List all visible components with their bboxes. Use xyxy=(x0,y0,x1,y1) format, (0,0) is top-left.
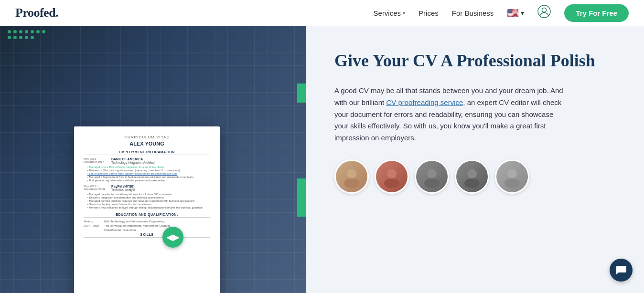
chat-icon xyxy=(615,264,627,276)
cv-role-1: Technology Integration Architect xyxy=(111,161,210,164)
account-icon[interactable] xyxy=(537,5,551,21)
cv-job-2: May 2015 -September 2008 PayPal (NYSE) T… xyxy=(84,185,210,191)
cv-job-1: May 2015 -December 2017 BANK OF AMERICA … xyxy=(84,157,210,164)
green-bar-accent-2 xyxy=(297,84,306,103)
hero-image-panel: CURRICULUM VITAE ALEX YOUNG EMPLOYMENT I… xyxy=(0,26,306,293)
cv-bullet-1-1: • Managed over a $5m technical integrati… xyxy=(87,166,210,168)
cv-job-1-info: BANK OF AMERICA Technology Integration A… xyxy=(111,157,210,164)
cv-company-2: PayPal (NYSE) xyxy=(111,185,210,188)
cv-edu-row-1: Tertiary MSc Technology and Infrastructu… xyxy=(84,220,210,223)
cv-edu-row-2: 2007 - 2009 The University of Manchester… xyxy=(84,224,210,227)
editor-avatars xyxy=(334,159,615,194)
cv-bullet-2-3: • Managed portfolio technical requests a… xyxy=(87,199,210,202)
svg-point-3 xyxy=(344,178,359,188)
cv-job-2-date: May 2015 -September 2008 xyxy=(84,185,107,191)
cv-bullet-2-5: • Mentored new and junior analysts throu… xyxy=(87,206,210,209)
avatar-image-1 xyxy=(336,161,367,192)
cv-title: CURRICULUM VITAE xyxy=(84,135,210,139)
avatar-image-5 xyxy=(496,161,528,192)
cv-education-section: EDUCATION AND QUALIFICATION: Tertiary MS… xyxy=(84,213,210,231)
cv-document: CURRICULUM VITAE ALEX YOUNG EMPLOYMENT I… xyxy=(74,126,220,293)
editor-avatar-2 xyxy=(375,159,409,194)
cv-bullet-1-2: • Delivered a $2m data migration project… xyxy=(87,169,210,172)
teal-dots-decoration xyxy=(8,30,46,39)
hero-description: A good CV may be all that stands between… xyxy=(334,85,564,144)
cv-proofreading-link[interactable]: CV proofreading service xyxy=(386,98,463,106)
editor-avatar-4 xyxy=(455,159,489,194)
green-bar-accent xyxy=(297,178,306,217)
cv-bullet-1-3: • Led a salesforce partner entry platfor… xyxy=(87,172,210,175)
nav-prices[interactable]: Prices xyxy=(419,9,439,17)
cv-name: ALEX YOUNG xyxy=(84,141,210,146)
svg-point-6 xyxy=(384,178,399,188)
svg-point-12 xyxy=(504,178,520,188)
avatar-image-4 xyxy=(456,161,488,192)
page-title: Give Your CV A Professional Polish xyxy=(334,50,615,72)
cv-skills-title: SKILLS xyxy=(84,233,210,238)
language-selector[interactable]: 🇺🇸 ▾ xyxy=(507,7,524,19)
arrow-right-icon: ◀▶ xyxy=(166,232,180,242)
navbar: Proofed. Services ▾ Prices For Business … xyxy=(0,0,644,26)
svg-point-10 xyxy=(464,178,480,188)
svg-point-7 xyxy=(427,169,437,178)
cv-employment-section: EMPLOYMENT INFORAMATION xyxy=(84,150,210,155)
nav-for-business[interactable]: For Business xyxy=(452,9,494,17)
cv-job-1-date: May 2015 -December 2017 xyxy=(84,157,107,164)
svg-point-9 xyxy=(467,169,477,178)
hero-content-panel: Give Your CV A Professional Polish A goo… xyxy=(306,26,644,293)
cv-bullet-2-4: • Served as the key point of contact for… xyxy=(87,203,210,206)
cv-bullet-2-1: • Managed complex technical integration … xyxy=(87,193,210,196)
flag-icon: 🇺🇸 xyxy=(507,7,519,19)
svg-point-8 xyxy=(424,178,440,188)
svg-point-4 xyxy=(347,169,356,178)
chat-button[interactable] xyxy=(610,259,633,282)
nav-services[interactable]: Services ▾ xyxy=(374,9,406,17)
svg-point-5 xyxy=(387,169,397,178)
chevron-down-icon: ▾ xyxy=(521,9,524,17)
editor-avatar-5 xyxy=(495,159,529,194)
chevron-down-icon: ▾ xyxy=(403,10,405,16)
editor-avatar-1 xyxy=(334,159,369,194)
cv-job-2-info: PayPal (NYSE) Technical Analyst xyxy=(111,185,210,191)
avatar-image-3 xyxy=(416,161,448,192)
cv-company-1: BANK OF AMERICA xyxy=(111,157,210,161)
cv-bullet-1-4: • Managed a large team of front to back … xyxy=(87,176,210,178)
logo[interactable]: Proofed. xyxy=(15,6,58,20)
nav-links: Services ▾ Prices For Business 🇺🇸 ▾ Try … xyxy=(374,4,629,22)
cv-role-2: Technical Analyst xyxy=(111,188,210,191)
svg-point-1 xyxy=(542,8,547,12)
try-for-free-button[interactable]: Try For Free xyxy=(564,4,629,22)
cv-bullet-2-2: • Delivered integration documentation an… xyxy=(87,196,210,199)
page-content: CURRICULUM VITAE ALEX YOUNG EMPLOYMENT I… xyxy=(0,0,644,293)
cv-edu-title: EDUCATION AND QUALIFICATION: xyxy=(84,213,210,218)
editor-avatar-3 xyxy=(415,159,449,194)
carousel-next-button[interactable]: ◀▶ xyxy=(162,227,183,248)
svg-point-11 xyxy=(507,169,517,178)
avatar-image-2 xyxy=(376,161,408,192)
cv-edu-row-3: Classification: Distinction xyxy=(84,229,210,231)
